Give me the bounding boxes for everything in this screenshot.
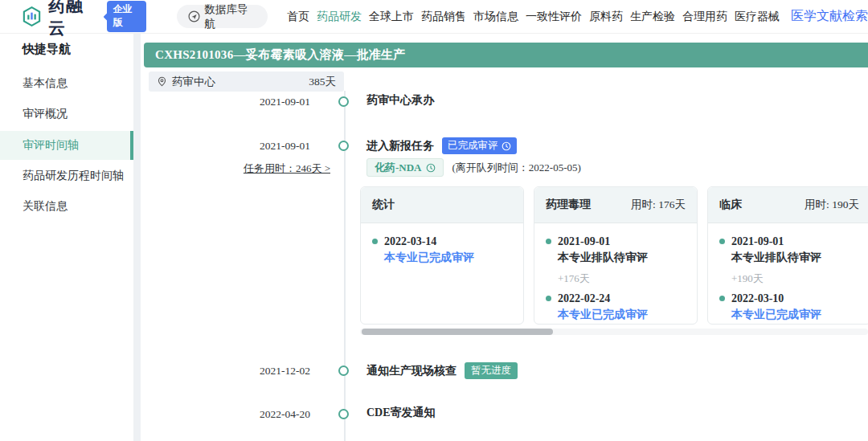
card-item-status-link[interactable]: 本专业已完成审评 [558,307,648,323]
quick-nav-sidebar: 快捷导航 基本信息 审评概况 审评时间轴 药品研发历程时间轴 关联信息 [0,34,133,441]
database-nav-button[interactable]: 数据库导航 [177,5,268,28]
card-duration: 用时: 190天 [805,198,859,212]
timeline-node [338,141,349,151]
sidebar-item-review-overview[interactable]: 审评概况 [0,100,133,129]
card-item-date: 2022-03-10 [731,291,821,307]
card-statistics: 统计 2022-03-14 本专业已完成审评 [360,186,524,325]
timeline-event-label: 通知生产现场核查 [366,364,457,378]
bullet-dot-icon [546,296,551,301]
timeline-node [338,96,349,107]
sidebar-item-related-info[interactable]: 关联信息 [0,192,133,221]
timeline-date: 2022-04-20 [197,408,310,421]
sidebar-divider [133,34,141,441]
database-nav-label: 数据库导航 [205,2,256,31]
location-pin-icon [157,76,167,87]
card-duration: 用时: 176天 [631,198,686,212]
card-item-date: 2022-02-24 [558,291,648,307]
card-item-date: 2021-09-01 [558,234,648,250]
card-pharm-toxicology: 药理毒理 用时: 176天 2021-09-01 本专业排队待审评 +176天 … [534,186,698,325]
card-title: 药理毒理 [546,198,591,212]
page-title: CXHS2101036—妥布霉素吸入溶液—批准生产 [144,43,868,67]
top-navbar: 药融云 企业版 数据库导航 首页 药品研发 全球上市 药品销售 市场信息 一致性… [0,0,868,34]
clock-icon [426,163,436,173]
bullet-dot-icon [719,296,725,301]
chemical-nda-tag[interactable]: 化药-NDA [366,158,444,177]
timeline-event-label: CDE寄发通知 [366,406,436,420]
nav-item-medical-devices[interactable]: 医疗器械 [735,10,780,24]
review-complete-badge-label: 已完成审评 [448,139,498,153]
card-item-date: 2022-03-14 [384,234,474,250]
task-duration-link[interactable]: 任务用时：246天 > [197,161,330,176]
review-center-box: 药审中心 385天 [149,71,344,92]
review-center-duration: 385天 [309,75,336,89]
sidebar-title: 快捷导航 [23,42,71,57]
chemical-nda-label: 化药-NDA [375,161,422,175]
app-logo[interactable]: 药融云 企业版 [21,0,146,39]
timeline-date: 2021-12-02 [197,365,310,378]
card-item-status-link[interactable]: 本专业已完成审评 [731,307,821,323]
nav-item-drug-sales[interactable]: 药品销售 [421,10,466,24]
enterprise-badge: 企业版 [107,1,145,32]
nav-item-home[interactable]: 首页 [287,10,309,24]
review-complete-badge: 已完成审评 [442,137,517,154]
logo-text: 药融云 [48,0,98,39]
nav-item-production-inspection[interactable]: 生产检验 [630,10,675,24]
card-gap-days: +190天 [731,272,859,286]
review-center-label: 药审中心 [172,75,215,89]
queue-leave-time: (离开队列时间：2022-05-05) [452,161,581,175]
scrollbar-thumb[interactable] [362,329,553,335]
nav-item-global-launch[interactable]: 全球上市 [369,10,414,24]
bullet-dot-icon [546,239,551,244]
card-item-status: 本专业排队待审评 [558,250,648,266]
timeline-event-label: 进入新报任务 [366,139,434,153]
sidebar-item-basic-info[interactable]: 基本信息 [0,69,133,98]
no-progress-badge: 暂无进度 [465,362,518,379]
logo-hexagon-chart-icon [21,6,43,27]
nav-item-rational-use[interactable]: 合理用药 [682,10,727,24]
nav-item-api[interactable]: 原料药 [589,10,623,24]
send-navigation-icon [188,10,200,22]
card-clinical: 临床 用时: 190天 2021-09-01 本专业排队待审评 +190天 20… [707,186,868,325]
card-gap-days: +176天 [558,272,686,286]
card-item-status: 本专业排队待审评 [731,250,821,266]
timeline-node [338,409,349,419]
sidebar-item-rnd-history-timeline[interactable]: 药品研发历程时间轴 [0,161,133,190]
card-item-status-link[interactable]: 本专业已完成审评 [384,250,474,266]
timeline-event-label: 药审中心承办 [366,93,434,108]
main-content: CXHS2101036—妥布霉素吸入溶液—批准生产 药审中心 385天 2021… [141,34,868,441]
nav-item-drug-rnd[interactable]: 药品研发 [317,10,362,24]
clock-icon [502,141,511,151]
primary-nav: 首页 药品研发 全球上市 药品销售 市场信息 一致性评价 原料药 生产检验 合理… [287,10,780,24]
timeline-date: 2021-09-01 [197,96,310,108]
card-title: 临床 [719,198,742,212]
nav-item-consistency-eval[interactable]: 一致性评价 [526,10,582,24]
card-title: 统计 [372,198,395,212]
nav-item-market-info[interactable]: 市场信息 [473,10,518,24]
timeline-date: 2021-09-01 [197,140,310,153]
nav-item-medical-literature-search[interactable]: 医学文献检索 [791,8,868,25]
bullet-dot-icon [719,239,725,244]
timeline-node [338,365,349,376]
sidebar-item-review-timeline[interactable]: 审评时间轴 [0,131,133,160]
card-item-date: 2021-09-01 [731,234,821,250]
bullet-dot-icon [372,239,378,244]
cards-horizontal-scrollbar[interactable] [360,329,868,335]
specialty-cards-row: 统计 2022-03-14 本专业已完成审评 药理毒理 用时: 176天 [360,186,868,325]
